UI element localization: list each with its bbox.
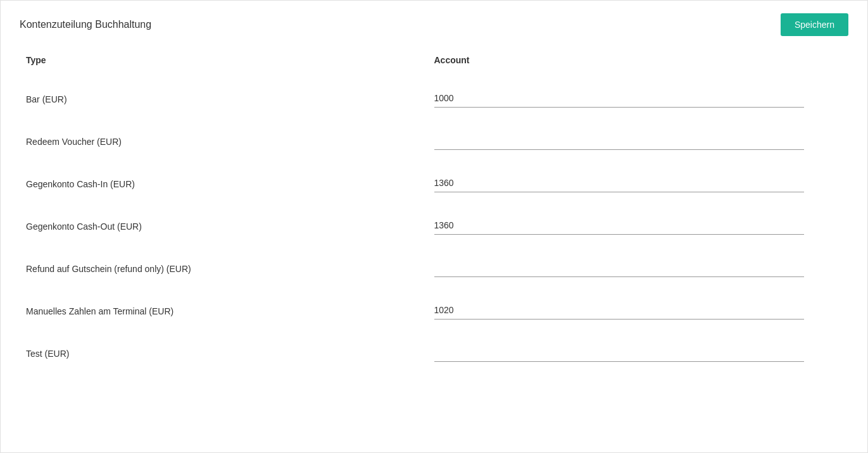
row-input-wrapper-manuelles-zahlen-eur xyxy=(434,302,843,320)
row-input-wrapper-bar-eur xyxy=(434,90,843,108)
table-row: Manuelles Zahlen am Terminal (EUR) xyxy=(26,290,842,332)
table-row: Gegenkonto Cash-In (EUR) xyxy=(26,163,842,205)
account-input-manuelles-zahlen-eur[interactable] xyxy=(434,302,805,320)
row-label-test-eur: Test (EUR) xyxy=(26,349,434,359)
account-input-redeem-voucher-eur[interactable] xyxy=(434,133,805,150)
account-input-test-eur[interactable] xyxy=(434,345,805,362)
account-input-refund-auf-gutschein-eur[interactable] xyxy=(434,260,805,277)
row-input-wrapper-redeem-voucher-eur xyxy=(434,133,843,150)
col-type-header: Type xyxy=(26,55,434,65)
page-container: Kontenzuteilung Buchhaltung Speichern Ty… xyxy=(0,0,868,453)
table-row: Redeem Voucher (EUR) xyxy=(26,120,842,163)
row-label-redeem-voucher-eur: Redeem Voucher (EUR) xyxy=(26,137,434,147)
account-input-bar-eur[interactable] xyxy=(434,90,805,108)
row-input-wrapper-gegenkonto-cash-out-eur xyxy=(434,218,843,235)
row-input-wrapper-gegenkonto-cash-in-eur xyxy=(434,175,843,192)
row-label-gegenkonto-cash-in-eur: Gegenkonto Cash-In (EUR) xyxy=(26,179,434,189)
save-button[interactable]: Speichern xyxy=(781,13,848,36)
header: Kontenzuteilung Buchhaltung Speichern xyxy=(20,13,848,36)
table-header: Type Account xyxy=(26,55,842,71)
col-account-header: Account xyxy=(434,55,843,65)
table-row: Test (EUR) xyxy=(26,332,842,375)
account-input-gegenkonto-cash-in-eur[interactable] xyxy=(434,175,805,192)
table-rows-container: Bar (EUR)Redeem Voucher (EUR)Gegenkonto … xyxy=(26,78,842,375)
row-label-gegenkonto-cash-out-eur: Gegenkonto Cash-Out (EUR) xyxy=(26,221,434,232)
page-title: Kontenzuteilung Buchhaltung xyxy=(20,19,151,30)
row-input-wrapper-refund-auf-gutschein-eur xyxy=(434,260,843,277)
table-row: Bar (EUR) xyxy=(26,78,842,120)
account-table: Type Account Bar (EUR)Redeem Voucher (EU… xyxy=(20,55,848,375)
table-row: Gegenkonto Cash-Out (EUR) xyxy=(26,205,842,247)
account-input-gegenkonto-cash-out-eur[interactable] xyxy=(434,218,805,235)
row-input-wrapper-test-eur xyxy=(434,345,843,362)
table-row: Refund auf Gutschein (refund only) (EUR) xyxy=(26,247,842,290)
row-label-bar-eur: Bar (EUR) xyxy=(26,94,434,104)
row-label-manuelles-zahlen-eur: Manuelles Zahlen am Terminal (EUR) xyxy=(26,306,434,316)
row-label-refund-auf-gutschein-eur: Refund auf Gutschein (refund only) (EUR) xyxy=(26,264,434,274)
